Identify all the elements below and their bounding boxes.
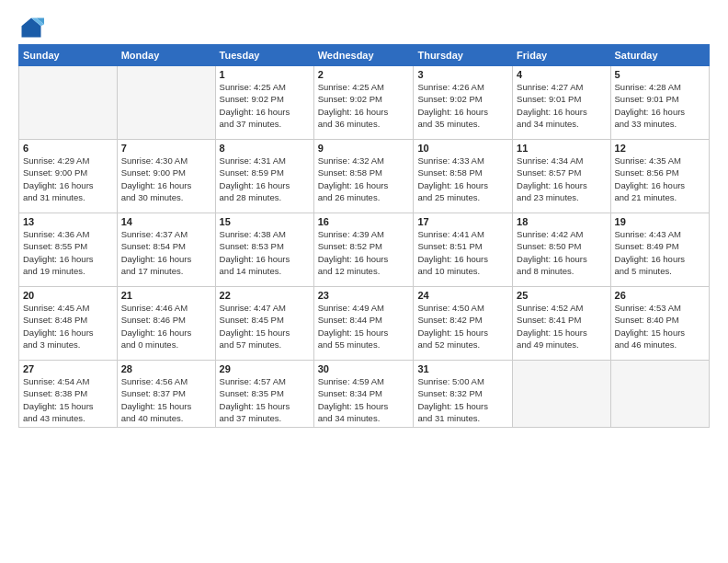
day-info: Sunrise: 4:50 AM Sunset: 8:42 PM Dayligh… — [417, 302, 508, 350]
calendar-cell: 14Sunrise: 4:37 AM Sunset: 8:54 PM Dayli… — [117, 213, 215, 287]
calendar-cell: 13Sunrise: 4:36 AM Sunset: 8:55 PM Dayli… — [19, 213, 118, 287]
day-number: 26 — [615, 290, 705, 301]
day-number: 21 — [121, 290, 211, 301]
day-number: 28 — [121, 363, 211, 374]
day-number: 19 — [615, 216, 705, 227]
calendar-header-row: SundayMondayTuesdayWednesdayThursdayFrid… — [19, 45, 710, 66]
day-number: 20 — [23, 290, 113, 301]
day-number: 7 — [121, 143, 211, 154]
day-info: Sunrise: 4:29 AM Sunset: 9:00 PM Dayligh… — [23, 155, 113, 203]
day-info: Sunrise: 4:53 AM Sunset: 8:40 PM Dayligh… — [615, 302, 705, 350]
calendar-cell: 9Sunrise: 4:32 AM Sunset: 8:58 PM Daylig… — [313, 140, 414, 213]
day-number: 22 — [220, 290, 310, 301]
day-number: 23 — [318, 290, 410, 301]
day-number: 2 — [318, 69, 410, 80]
logo-icon — [18, 15, 44, 40]
day-info: Sunrise: 4:42 AM Sunset: 8:50 PM Dayligh… — [517, 228, 606, 277]
day-info: Sunrise: 4:47 AM Sunset: 8:45 PM Dayligh… — [220, 302, 310, 350]
day-number: 30 — [318, 363, 410, 374]
day-info: Sunrise: 4:25 AM Sunset: 9:02 PM Dayligh… — [318, 81, 410, 130]
col-header-sunday: Sunday — [19, 45, 118, 66]
day-number: 25 — [517, 290, 606, 301]
day-number: 15 — [220, 216, 310, 227]
calendar-cell — [19, 66, 118, 140]
day-number: 12 — [615, 143, 705, 154]
day-info: Sunrise: 4:59 AM Sunset: 8:34 PM Dayligh… — [318, 375, 410, 424]
day-number: 17 — [417, 216, 508, 227]
calendar-cell: 31Sunrise: 5:00 AM Sunset: 8:32 PM Dayli… — [414, 361, 513, 428]
day-info: Sunrise: 4:49 AM Sunset: 8:44 PM Dayligh… — [318, 302, 410, 350]
day-info: Sunrise: 4:39 AM Sunset: 8:52 PM Dayligh… — [318, 228, 410, 277]
calendar-cell: 29Sunrise: 4:57 AM Sunset: 8:35 PM Dayli… — [215, 361, 313, 428]
day-info: Sunrise: 4:41 AM Sunset: 8:51 PM Dayligh… — [417, 228, 508, 277]
day-number: 5 — [615, 69, 705, 80]
day-number: 18 — [517, 216, 606, 227]
day-info: Sunrise: 5:00 AM Sunset: 8:32 PM Dayligh… — [417, 375, 508, 424]
col-header-friday: Friday — [513, 45, 610, 66]
day-number: 8 — [220, 143, 310, 154]
calendar-week-row: 1Sunrise: 4:25 AM Sunset: 9:02 PM Daylig… — [19, 66, 710, 140]
col-header-saturday: Saturday — [610, 45, 709, 66]
calendar-cell: 3Sunrise: 4:26 AM Sunset: 9:02 PM Daylig… — [414, 66, 513, 140]
day-number: 6 — [23, 143, 113, 154]
calendar-cell — [117, 66, 215, 140]
calendar-cell: 19Sunrise: 4:43 AM Sunset: 8:49 PM Dayli… — [610, 213, 709, 287]
day-info: Sunrise: 4:27 AM Sunset: 9:01 PM Dayligh… — [517, 81, 606, 130]
header — [18, 15, 710, 40]
page: SundayMondayTuesdayWednesdayThursdayFrid… — [0, 0, 728, 563]
calendar-week-row: 27Sunrise: 4:54 AM Sunset: 8:38 PM Dayli… — [19, 361, 710, 428]
calendar-week-row: 20Sunrise: 4:45 AM Sunset: 8:48 PM Dayli… — [19, 287, 710, 361]
day-info: Sunrise: 4:33 AM Sunset: 8:58 PM Dayligh… — [417, 155, 508, 203]
calendar-table: SundayMondayTuesdayWednesdayThursdayFrid… — [18, 44, 710, 428]
day-info: Sunrise: 4:43 AM Sunset: 8:49 PM Dayligh… — [615, 228, 705, 277]
day-info: Sunrise: 4:56 AM Sunset: 8:37 PM Dayligh… — [121, 375, 211, 424]
day-number: 31 — [417, 363, 508, 374]
day-number: 1 — [220, 69, 310, 80]
calendar-week-row: 13Sunrise: 4:36 AM Sunset: 8:55 PM Dayli… — [19, 213, 710, 287]
day-info: Sunrise: 4:57 AM Sunset: 8:35 PM Dayligh… — [220, 375, 310, 424]
day-info: Sunrise: 4:38 AM Sunset: 8:53 PM Dayligh… — [220, 228, 310, 277]
day-number: 11 — [517, 143, 606, 154]
calendar-cell: 17Sunrise: 4:41 AM Sunset: 8:51 PM Dayli… — [414, 213, 513, 287]
day-info: Sunrise: 4:54 AM Sunset: 8:38 PM Dayligh… — [23, 375, 113, 424]
day-info: Sunrise: 4:45 AM Sunset: 8:48 PM Dayligh… — [23, 302, 113, 350]
day-info: Sunrise: 4:25 AM Sunset: 9:02 PM Dayligh… — [220, 81, 310, 130]
day-number: 27 — [23, 363, 113, 374]
calendar-cell — [610, 361, 709, 428]
day-number: 16 — [318, 216, 410, 227]
day-number: 24 — [417, 290, 508, 301]
calendar-cell: 23Sunrise: 4:49 AM Sunset: 8:44 PM Dayli… — [313, 287, 414, 361]
day-number: 29 — [220, 363, 310, 374]
day-number: 3 — [417, 69, 508, 80]
calendar-cell: 7Sunrise: 4:30 AM Sunset: 9:00 PM Daylig… — [117, 140, 215, 213]
calendar-week-row: 6Sunrise: 4:29 AM Sunset: 9:00 PM Daylig… — [19, 140, 710, 213]
calendar-cell: 24Sunrise: 4:50 AM Sunset: 8:42 PM Dayli… — [414, 287, 513, 361]
col-header-thursday: Thursday — [414, 45, 513, 66]
calendar-cell: 12Sunrise: 4:35 AM Sunset: 8:56 PM Dayli… — [610, 140, 709, 213]
day-info: Sunrise: 4:52 AM Sunset: 8:41 PM Dayligh… — [517, 302, 606, 350]
calendar-cell: 20Sunrise: 4:45 AM Sunset: 8:48 PM Dayli… — [19, 287, 118, 361]
day-number: 9 — [318, 143, 410, 154]
day-number: 4 — [517, 69, 606, 80]
logo — [18, 15, 48, 40]
day-info: Sunrise: 4:30 AM Sunset: 9:00 PM Dayligh… — [121, 155, 211, 203]
day-info: Sunrise: 4:35 AM Sunset: 8:56 PM Dayligh… — [615, 155, 705, 203]
day-info: Sunrise: 4:32 AM Sunset: 8:58 PM Dayligh… — [318, 155, 410, 203]
day-number: 13 — [23, 216, 113, 227]
day-info: Sunrise: 4:31 AM Sunset: 8:59 PM Dayligh… — [220, 155, 310, 203]
calendar-cell: 30Sunrise: 4:59 AM Sunset: 8:34 PM Dayli… — [313, 361, 414, 428]
calendar-cell: 5Sunrise: 4:28 AM Sunset: 9:01 PM Daylig… — [610, 66, 709, 140]
day-info: Sunrise: 4:34 AM Sunset: 8:57 PM Dayligh… — [517, 155, 606, 203]
calendar-cell: 22Sunrise: 4:47 AM Sunset: 8:45 PM Dayli… — [215, 287, 313, 361]
calendar-cell: 16Sunrise: 4:39 AM Sunset: 8:52 PM Dayli… — [313, 213, 414, 287]
day-info: Sunrise: 4:28 AM Sunset: 9:01 PM Dayligh… — [615, 81, 705, 130]
calendar-cell: 11Sunrise: 4:34 AM Sunset: 8:57 PM Dayli… — [513, 140, 610, 213]
calendar-cell: 18Sunrise: 4:42 AM Sunset: 8:50 PM Dayli… — [513, 213, 610, 287]
day-number: 14 — [121, 216, 211, 227]
day-info: Sunrise: 4:36 AM Sunset: 8:55 PM Dayligh… — [23, 228, 113, 277]
calendar-cell: 25Sunrise: 4:52 AM Sunset: 8:41 PM Dayli… — [513, 287, 610, 361]
calendar-cell: 21Sunrise: 4:46 AM Sunset: 8:46 PM Dayli… — [117, 287, 215, 361]
calendar-cell: 26Sunrise: 4:53 AM Sunset: 8:40 PM Dayli… — [610, 287, 709, 361]
day-info: Sunrise: 4:46 AM Sunset: 8:46 PM Dayligh… — [121, 302, 211, 350]
calendar-cell: 4Sunrise: 4:27 AM Sunset: 9:01 PM Daylig… — [513, 66, 610, 140]
